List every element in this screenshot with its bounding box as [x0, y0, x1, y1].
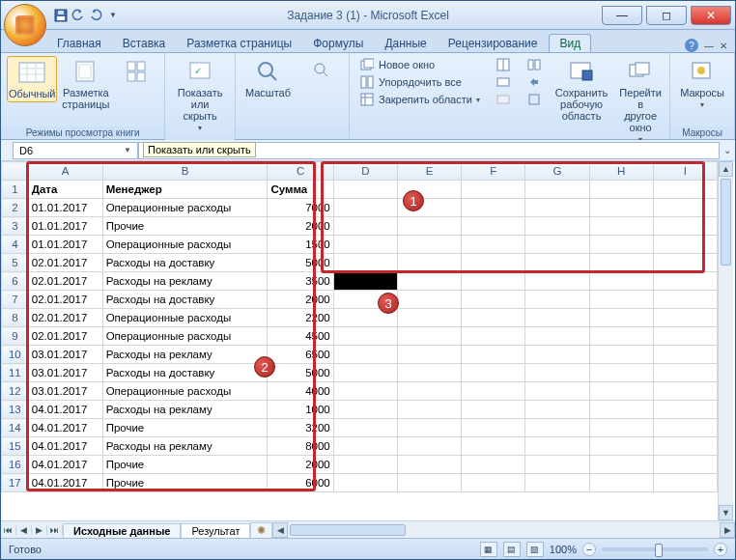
table-row[interactable]: 602.01.2017Расходы на рекламу3500	[2, 272, 718, 291]
cell[interactable]	[525, 254, 589, 272]
cell[interactable]	[333, 401, 397, 419]
table-row[interactable]: 802.01.2017Операционные расходы2200	[2, 309, 718, 327]
cell[interactable]: 04.01.2017	[28, 401, 102, 419]
scroll-left-icon[interactable]: ◀	[272, 522, 288, 538]
cell[interactable]: Операционные расходы	[102, 236, 268, 254]
row-header[interactable]: 2	[2, 199, 29, 217]
cell[interactable]	[462, 382, 525, 401]
cell[interactable]	[525, 346, 589, 364]
cell[interactable]	[525, 327, 589, 346]
split-button[interactable]	[492, 56, 515, 73]
scroll-down-icon[interactable]: ▼	[719, 505, 733, 520]
cell[interactable]	[462, 217, 525, 236]
cell[interactable]: Расходы на доставку	[102, 254, 268, 272]
name-box-dropdown-icon[interactable]: ▼	[124, 146, 131, 154]
sheet-tab-data[interactable]: Исходные данные	[63, 523, 181, 538]
cell[interactable]	[653, 456, 717, 474]
tab-formulas[interactable]: Формулы	[303, 35, 373, 52]
cell[interactable]	[589, 309, 653, 327]
cell[interactable]	[525, 236, 589, 254]
cell[interactable]: Расходы на рекламу	[102, 346, 268, 364]
tab-data[interactable]: Данные	[375, 35, 436, 52]
cell[interactable]	[653, 364, 717, 382]
table-row[interactable]: 1 Дата Менеджер Сумма	[2, 181, 718, 199]
cell[interactable]	[653, 382, 717, 401]
row-header[interactable]: 4	[2, 236, 29, 254]
cell[interactable]	[397, 364, 461, 382]
cell[interactable]	[397, 401, 461, 419]
cell[interactable]: Расходы на рекламу	[102, 401, 268, 419]
prev-sheet-icon[interactable]: ◀	[16, 525, 32, 535]
macros-button[interactable]: Макросы	[676, 56, 728, 111]
cell[interactable]: 03.01.2017	[28, 364, 102, 382]
table-row[interactable]: 1604.01.2017Прочие2000	[2, 456, 718, 474]
cell[interactable]	[333, 437, 397, 456]
cell[interactable]	[653, 199, 717, 217]
cell[interactable]	[333, 236, 397, 254]
cell[interactable]: Прочие	[102, 419, 268, 437]
cell[interactable]	[462, 474, 525, 492]
cell[interactable]	[589, 236, 653, 254]
cell[interactable]	[525, 364, 589, 382]
scroll-up-icon[interactable]: ▲	[719, 161, 733, 177]
table-row[interactable]: 1203.01.2017Операционные расходы4000	[2, 382, 718, 401]
table-row[interactable]: 502.01.2017Расходы на доставку5000	[2, 254, 718, 272]
cell[interactable]	[462, 327, 525, 346]
name-box[interactable]: D6 ▼	[13, 142, 138, 159]
cell[interactable]	[397, 474, 461, 492]
cell[interactable]: 01.01.2017	[28, 199, 102, 217]
row-header[interactable]: 6	[2, 272, 29, 291]
cell[interactable]: Дата	[28, 181, 102, 199]
cell[interactable]	[462, 364, 525, 382]
table-row[interactable]: 902.01.2017Операционные расходы4500	[2, 327, 718, 346]
cell[interactable]	[525, 474, 589, 492]
cell[interactable]	[653, 291, 717, 309]
view-normal-button[interactable]: Обычный	[7, 56, 57, 102]
cell[interactable]: 02.01.2017	[28, 272, 102, 291]
view-page-status-icon[interactable]: ▤	[503, 542, 521, 557]
row-header[interactable]: 16	[2, 456, 29, 474]
view-break-status-icon[interactable]: ▧	[526, 542, 544, 557]
view-normal-status-icon[interactable]: ▦	[480, 542, 497, 557]
cell[interactable]	[397, 309, 461, 327]
formula-bar-expand-icon[interactable]: ⌄	[720, 145, 735, 155]
cell[interactable]: 6000	[268, 474, 333, 492]
office-button[interactable]	[4, 4, 46, 46]
zoom-button[interactable]: Масштаб	[241, 56, 295, 100]
cell[interactable]	[589, 327, 653, 346]
cell[interactable]	[525, 199, 589, 217]
cell[interactable]	[653, 474, 717, 492]
last-sheet-icon[interactable]: ⏭	[47, 525, 63, 535]
row-header[interactable]: 17	[2, 474, 29, 492]
cell[interactable]: 03.01.2017	[28, 346, 102, 364]
cell[interactable]	[462, 272, 525, 291]
cell[interactable]	[525, 309, 589, 327]
sync-scroll-button[interactable]	[523, 56, 546, 73]
cell[interactable]: Операционные расходы	[102, 382, 268, 401]
cell[interactable]: 8000	[268, 437, 333, 456]
tab-view[interactable]: Вид	[549, 34, 591, 52]
help-icon[interactable]: ?	[685, 39, 698, 52]
hide-button[interactable]	[492, 73, 515, 91]
cell[interactable]	[589, 346, 653, 364]
cell[interactable]	[653, 401, 717, 419]
row-header[interactable]: 1	[2, 181, 29, 199]
cell[interactable]	[589, 217, 653, 236]
cell[interactable]	[525, 419, 589, 437]
table-row[interactable]: 1404.01.2017Прочие3200	[2, 419, 718, 437]
cell[interactable]	[653, 346, 717, 364]
cell[interactable]: 7000	[268, 199, 333, 217]
cell[interactable]	[462, 236, 525, 254]
col-header-D[interactable]: D	[333, 162, 397, 181]
cell[interactable]: 4000	[268, 382, 333, 401]
cell[interactable]	[333, 181, 397, 199]
row-header[interactable]: 14	[2, 419, 29, 437]
col-header-G[interactable]: G	[525, 162, 589, 181]
cell[interactable]	[333, 419, 397, 437]
cell[interactable]	[333, 346, 397, 364]
sheet-tab-result[interactable]: Результат	[181, 523, 250, 538]
horizontal-scrollbar[interactable]: ◀ ▶	[272, 521, 735, 538]
inner-close-icon[interactable]: ✕	[720, 41, 727, 51]
cell[interactable]: 04.01.2017	[28, 419, 102, 437]
sync2-button[interactable]	[523, 73, 546, 91]
